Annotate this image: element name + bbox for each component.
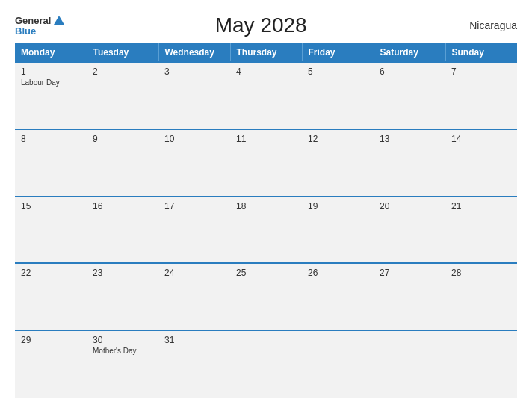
calendar-cell: 28 [445,263,517,330]
logo-blue-text: Blue [15,26,36,36]
weekday-header-row: MondayTuesdayWednesdayThursdayFridaySatu… [15,43,517,62]
day-number: 19 [308,201,368,211]
calendar-week-row: 22232425262728 [15,263,517,330]
calendar-cell: 15 [15,197,87,264]
calendar-cell [445,330,517,398]
holiday-label: Mother's Day [93,347,152,355]
day-number: 1 [21,67,81,77]
weekday-header: Thursday [230,43,302,62]
day-number: 22 [21,268,81,278]
calendar-cell: 1Labour Day [15,62,87,129]
calendar-week-row: 2930Mother's Day31 [15,330,517,398]
calendar-cell: 7 [445,62,517,129]
logo-general-text: General [15,16,51,25]
calendar-cell: 9 [87,129,158,197]
calendar-week-row: 1Labour Day234567 [15,62,517,129]
day-number: 21 [451,201,511,211]
calendar-cell: 2 [87,62,158,129]
calendar-cell: 22 [15,263,87,330]
calendar-cell: 20 [374,197,445,264]
weekday-header: Sunday [445,43,517,62]
day-number: 28 [451,268,511,278]
day-number: 12 [308,134,368,144]
calendar-cell: 24 [158,263,230,330]
calendar-cell: 17 [158,197,230,264]
weekday-header: Wednesday [158,43,230,62]
calendar-cell [374,330,445,398]
page-header: General Blue May 2028 Nicaragua [15,13,517,37]
day-number: 24 [164,268,224,278]
calendar-body: 1Labour Day23456789101112131415161718192… [15,62,517,398]
day-number: 2 [93,67,152,77]
day-number: 5 [308,67,368,77]
day-number: 15 [21,201,81,211]
day-number: 30 [93,335,152,345]
day-number: 3 [164,67,224,77]
logo-triangle-icon [54,16,64,25]
day-number: 27 [380,268,439,278]
day-number: 29 [21,335,81,345]
calendar-cell [302,330,374,398]
calendar-cell: 11 [230,129,302,197]
logo: General Blue [15,16,64,36]
day-number: 23 [93,268,152,278]
calendar-cell [230,330,302,398]
calendar-cell: 29 [15,330,87,398]
calendar-week-row: 891011121314 [15,129,517,197]
day-number: 17 [164,201,224,211]
day-number: 25 [236,268,296,278]
calendar-cell: 14 [445,129,517,197]
calendar-cell: 23 [87,263,158,330]
day-number: 8 [21,134,81,144]
weekday-header: Saturday [374,43,445,62]
day-number: 31 [164,335,224,345]
holiday-label: Labour Day [21,78,81,87]
calendar-week-row: 15161718192021 [15,197,517,264]
day-number: 4 [236,67,296,77]
calendar-title: May 2028 [64,13,457,37]
day-number: 13 [380,134,439,144]
day-number: 10 [164,134,224,144]
weekday-header: Friday [302,43,374,62]
calendar-cell: 31 [158,330,230,398]
calendar-cell: 3 [158,62,230,129]
calendar-cell: 12 [302,129,374,197]
day-number: 20 [380,201,439,211]
calendar-table: MondayTuesdayWednesdayThursdayFridaySatu… [15,43,517,398]
calendar-cell: 8 [15,129,87,197]
day-number: 11 [236,134,296,144]
calendar-cell: 10 [158,129,230,197]
weekday-header: Monday [15,43,87,62]
day-number: 16 [93,201,152,211]
calendar-cell: 13 [374,129,445,197]
day-number: 14 [451,134,511,144]
calendar-cell: 30Mother's Day [87,330,158,398]
day-number: 18 [236,201,296,211]
calendar-cell: 16 [87,197,158,264]
day-number: 7 [451,67,511,77]
calendar-cell: 25 [230,263,302,330]
day-number: 6 [380,67,439,77]
calendar-cell: 21 [445,197,517,264]
day-number: 26 [308,268,368,278]
calendar-cell: 5 [302,62,374,129]
country-label: Nicaragua [457,19,517,31]
calendar-cell: 26 [302,263,374,330]
calendar-cell: 19 [302,197,374,264]
weekday-header: Tuesday [87,43,158,62]
calendar-cell: 18 [230,197,302,264]
calendar-cell: 6 [374,62,445,129]
calendar-cell: 27 [374,263,445,330]
calendar-cell: 4 [230,62,302,129]
day-number: 9 [93,134,152,144]
